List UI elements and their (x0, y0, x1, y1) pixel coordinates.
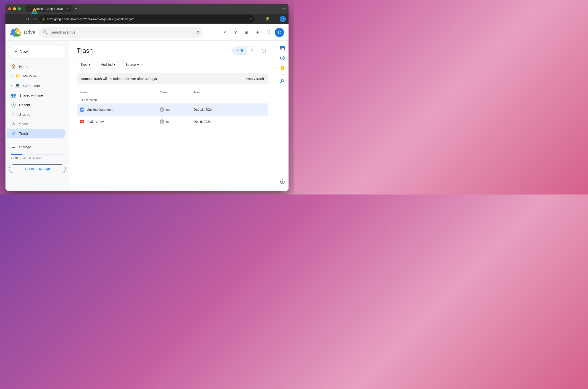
reload-button[interactable]: ↻ (25, 16, 30, 22)
trash-notice: Items in trash will be deleted forever a… (77, 73, 268, 84)
source-filter-button[interactable]: Source ▾ (122, 61, 142, 68)
sidebar: + New 🏠 Home › 📁 My Drive › 💻 (5, 41, 69, 191)
sidebar-item-shared-with-me[interactable]: 👥 Shared with me (7, 90, 66, 100)
sidebar-item-spam[interactable]: ⚠ Spam (7, 119, 66, 129)
files-table: Name Owner Trash... ↓ (77, 89, 268, 128)
sidebar-storage-label: Storage (19, 145, 31, 149)
sidebar-item-home[interactable]: 🏠 Home (7, 62, 66, 71)
type-filter-label: Type (81, 63, 88, 66)
svg-point-26 (161, 121, 163, 122)
url-text: drive.google.com/drive/trash?dmr=1&ec=wg… (47, 17, 247, 21)
svg-marker-13 (17, 28, 22, 34)
file-name-text: healthy.mov (87, 120, 104, 124)
starred-icon: ☆ (11, 112, 16, 117)
name-column-header[interactable]: Name (77, 89, 157, 96)
svg-rect-19 (81, 109, 83, 109)
view-controls: ✓ ☰ ⊞ ⓘ (232, 46, 268, 55)
modified-filter-chevron: ▾ (114, 63, 116, 66)
svg-point-32 (281, 79, 283, 81)
calendar-panel-icon[interactable] (278, 43, 287, 53)
profile-badge[interactable]: R (280, 16, 286, 22)
trashed-column-header[interactable]: Trash... ↓ (191, 89, 242, 96)
sidebar-item-computers[interactable]: › 💻 Computers (7, 81, 66, 90)
source-filter-label: Source (125, 63, 136, 66)
storage-fill (11, 154, 22, 155)
sidebar-item-recent[interactable]: 🕐 Recent (7, 100, 66, 110)
sidebar-item-storage[interactable]: ☁ Storage (7, 142, 66, 152)
sidebar-item-my-drive[interactable]: › 📁 My Drive (7, 71, 66, 81)
file-name-text: Untitled document (87, 108, 113, 111)
sort-arrow-icon: ↓ (205, 91, 206, 94)
more-options-button[interactable]: ⋮ (245, 118, 252, 125)
shared-icon: 👥 (11, 93, 16, 98)
minimize-window-button[interactable] (13, 7, 16, 10)
keep-panel-icon[interactable] (278, 64, 287, 73)
sidebar-item-label-spam: Spam (19, 122, 28, 126)
url-bar[interactable]: 🔒 drive.google.com/drive/trash?dmr=1&ec=… (39, 15, 255, 23)
contacts-panel-icon[interactable] (278, 76, 287, 86)
new-button[interactable]: + New (9, 45, 66, 58)
svg-rect-31 (281, 66, 284, 70)
grid-view-button[interactable]: ⊞ (247, 47, 257, 55)
svg-rect-29 (281, 48, 282, 49)
sidebar-item-label-recent: Recent (19, 103, 30, 107)
svg-point-23 (160, 110, 163, 112)
drive-header: Drive 🔍 ⚙ ✓ ? ⚙ ✦ ⠿ R (5, 24, 288, 41)
spam-icon: ⚠ (11, 122, 16, 127)
gemini-icon[interactable]: ✦ (253, 28, 262, 37)
user-avatar[interactable]: R (275, 28, 284, 37)
empty-trash-button[interactable]: Empty trash (246, 77, 264, 81)
tab-close-button[interactable]: ✕ (65, 7, 69, 10)
bookmark-icon[interactable]: ☆ (249, 17, 252, 21)
file-icon-doc (79, 107, 85, 112)
check-circle-icon[interactable]: ✓ (220, 28, 229, 37)
recent-icon: 🕐 (11, 102, 16, 107)
add-panel-icon[interactable] (278, 177, 287, 186)
file-name-inner: healthy.mov (79, 119, 154, 124)
search-input[interactable] (50, 30, 193, 34)
new-tab-button[interactable]: + (73, 5, 79, 12)
trashed-date-cell: Dec 9, 2024 (191, 116, 242, 128)
type-filter-button[interactable]: Type ▾ (77, 61, 94, 68)
active-tab[interactable]: Trash - Google Drive ✕ (26, 5, 73, 12)
maximize-window-button[interactable] (18, 7, 21, 10)
traffic-lights (8, 7, 21, 10)
back-button[interactable]: ← (8, 16, 15, 22)
svg-marker-12 (12, 28, 17, 34)
svg-point-30 (280, 56, 284, 60)
trash-sort-control[interactable]: Trash... ↓ (194, 91, 239, 94)
forward-button[interactable]: → (16, 16, 23, 22)
home-icon: 🏠 (11, 64, 16, 69)
tasks-panel-icon[interactable] (278, 53, 287, 63)
close-window-button[interactable] (8, 7, 11, 10)
info-button[interactable]: ⓘ (259, 46, 268, 55)
trashed-date-cell: Dec 18, 2024 (191, 104, 242, 116)
apps-grid-icon[interactable]: ⠿ (264, 28, 273, 37)
actions-column-header (242, 89, 268, 96)
storage-icon: ☁ (11, 144, 16, 149)
table-row[interactable]: Untitled document me (77, 104, 268, 116)
modified-filter-button[interactable]: Modified ▾ (96, 61, 119, 68)
search-bar[interactable]: 🔍 ⚙ (39, 27, 203, 38)
list-view-button[interactable]: ✓ ☰ (232, 47, 247, 55)
menu-icon[interactable]: ⋮ (272, 16, 279, 22)
cast-icon[interactable]: ⬡ (257, 16, 263, 22)
drive-logo[interactable]: Drive (10, 28, 35, 37)
help-icon[interactable]: ? (231, 28, 240, 37)
type-filter-chevron: ▾ (89, 63, 90, 66)
sidebar-navigation: 🏠 Home › 📁 My Drive › 💻 Computers � (7, 62, 67, 138)
extensions-icon[interactable]: 🧩 (264, 16, 271, 22)
filter-bar: Type ▾ Modified ▾ Source ▾ (77, 61, 268, 68)
search-filter-icon[interactable]: ⚙ (196, 30, 200, 35)
get-more-storage-button[interactable]: Get more storage (9, 164, 66, 173)
sidebar-item-trash[interactable]: 🗑 Trash (7, 129, 66, 138)
sidebar-item-label-my-drive: My Drive (23, 74, 37, 78)
my-drive-icon: 📁 (15, 73, 20, 79)
home-button[interactable]: ⌂ (32, 16, 37, 22)
app-inner: + New 🏠 Home › 📁 My Drive › 💻 (5, 41, 288, 191)
sidebar-item-starred[interactable]: ☆ Starred (7, 110, 66, 119)
table-row[interactable]: healthy.mov me (77, 116, 268, 128)
more-options-button[interactable]: ⋮ (245, 106, 252, 113)
view-toggle: ✓ ☰ ⊞ (232, 47, 257, 55)
settings-icon[interactable]: ⚙ (242, 28, 251, 37)
